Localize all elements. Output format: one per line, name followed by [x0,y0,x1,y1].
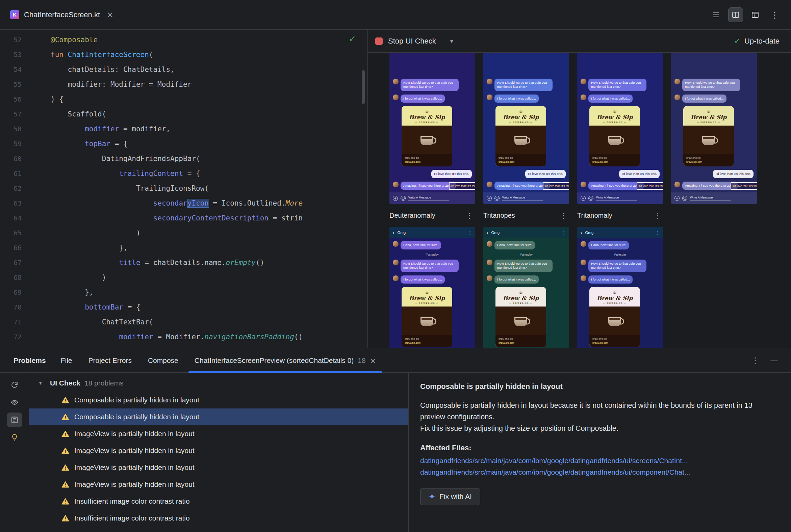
design-view-icon[interactable] [748,7,762,22]
chat-bubble: Hey! Should we go to that cafe you menti… [588,79,646,91]
message-row: I forgot what it was called... [393,276,472,284]
ui-check-group-row[interactable]: ▾ UI Check 18 problems [29,375,408,392]
code-line[interactable]: 66}, [0,240,367,255]
preview-deuteranomaly[interactable]: ‹Greg⋮Haha, next time for sure!Yesterday… [389,227,475,348]
cafe-footer-line1: brew and sip [686,156,731,159]
more-options-icon[interactable]: ⋮ [767,7,782,22]
code-line[interactable]: 65) [0,226,367,240]
code-line[interactable]: 58modifier = modifier, [0,121,367,136]
code-line[interactable]: 62TrailingIconsRow( [0,181,367,196]
titlebar-spacer [124,0,709,30]
code-line[interactable]: 67title = chatDetails.name.orEmpty() [0,255,367,270]
stop-icon[interactable] [375,37,383,45]
affected-file-link-1[interactable]: datingandfriends/src/main/java/com/ibm/g… [420,455,779,467]
chat-header: ‹Greg⋮ [483,227,569,238]
editor-tab-chatinterfacescreen[interactable]: K ChatInterfaceScreen.kt × [0,0,124,30]
preview-more-options-icon[interactable]: ⋮ [651,211,663,220]
code-line[interactable]: 56) { [0,92,367,107]
preview-more-options-icon[interactable]: ⋮ [558,211,569,220]
problem-row[interactable]: Insufficient image color contrast ratio [29,510,408,527]
problem-row[interactable]: Composable is partially hidden in layout [29,392,408,408]
cafe-photo [589,126,640,154]
problem-row[interactable]: Insufficient text color contrast ratio [29,527,408,532]
coffee-mug [421,317,433,326]
code-line[interactable]: 60DatingAndFriendsAppBar( [0,151,367,166]
problem-row[interactable]: Composable is partially hidden in layout [29,408,408,425]
preview-variant-1[interactable]: Hey! Should we go to that cafe you menti… [389,53,475,204]
problem-row[interactable]: Insufficient image color contrast ratio [29,493,408,510]
editor-scrollbar[interactable] [362,70,365,104]
message-input-bar: +☺Write A Message [483,192,569,204]
preview-tritanomaly[interactable]: ‹Greg⋮Haha, next time for sure!Yesterday… [577,227,663,348]
preview-tritanopes[interactable]: ‹Greg⋮Haha, next time for sure!Yesterday… [483,227,569,348]
code-line[interactable]: 61trailingContent = { [0,166,367,181]
code-line[interactable]: 63secondaryIcon = Icons.Outlined.More [0,196,367,211]
code-line[interactable]: 55modifier: Modifier = Modifier [0,77,367,92]
close-tab-icon[interactable]: × [370,357,376,365]
tab-file[interactable]: File [53,348,80,373]
close-tab-icon[interactable]: × [105,10,115,20]
fix-with-ai-button[interactable]: ✦ Fix with AI [420,488,480,505]
tab-compose[interactable]: Compose [140,348,186,373]
inspection-ok-icon[interactable]: ✓ [349,34,356,44]
cafe-logo: ☕Brew & Sip— COFFEE+CO — [402,106,452,126]
code-token: fun [51,51,68,59]
line-number: 56 [0,95,22,103]
code-line[interactable]: 70bottomBar = { [0,300,367,315]
tool-window-title[interactable]: Problems [7,357,53,365]
code-line[interactable]: 73onAddClick = {} [0,344,367,348]
line-number: 72 [0,333,22,341]
preview-variant-2[interactable]: Hey! Should we go to that cafe you menti… [483,53,569,204]
write-message-placeholder: Write A Message [502,196,543,201]
stop-ui-check-button[interactable]: Stop UI Check [388,37,436,45]
cafe-tagline: — COFFEE+CO — [497,121,544,123]
preview-variant-4[interactable]: Hey! Should we go to that cafe you menti… [671,53,757,204]
line-number: 61 [0,169,22,177]
code-line[interactable]: 71ChatTextBar( [0,315,367,329]
refresh-icon[interactable] [7,377,22,392]
minimize-panel-icon[interactable]: — [765,356,784,365]
panel-more-options-icon[interactable]: ⋮ [746,356,765,365]
problem-row[interactable]: ImageView is partially hidden in layout [29,476,408,493]
problem-row[interactable]: ImageView is partially hidden in layout [29,442,408,459]
tab-chatinterfacescreenpreview[interactable]: ChatInterfaceScreenPreview (sortedChatDe… [186,348,384,373]
cafe-photo [495,306,546,335]
code-line[interactable]: 54chatDetails: ChatDetails, [0,62,367,77]
cafe-tagline: — COFFEE+CO — [404,302,450,304]
code-line[interactable]: 68) [0,270,367,285]
chat-bubble: Haha, next time for sure! [401,241,441,249]
problem-row[interactable]: ImageView is partially hidden in layout [29,459,408,476]
code-line[interactable]: 53fun ChatInterfaceScreen( [0,47,367,62]
code-view-icon[interactable] [709,7,723,22]
cafe-logo: ☕Brew & Sip— COFFEE+CO — [495,287,546,306]
code-editor[interactable]: 52@Composable53fun ChatInterfaceScreen(5… [0,30,367,348]
split-view-icon[interactable] [728,7,743,22]
problem-text: ImageView is partially hidden in layout [74,463,195,472]
message-row: Haha, next time for sure! [393,241,472,249]
problem-row[interactable]: ImageView is partially hidden in layout [29,425,408,442]
ui-check-highlight-box: I'd love that! It's this one. [731,182,757,190]
code-line[interactable]: 57Scaffold( [0,107,367,121]
report-view-icon[interactable] [7,413,22,428]
lightbulb-icon[interactable] [7,430,22,445]
message-row: I forgot what it was called... [675,95,754,103]
fix-with-ai-label: Fix with AI [439,493,472,500]
code-token: }, [119,244,127,252]
affected-file-link-2[interactable]: datingandfriends/src/main/java/com/ibm/g… [420,467,779,478]
preview-visibility-icon[interactable] [7,395,22,410]
preview-labels-row: Deuteranomaly⋮Tritanopes⋮Tritanomaly⋮ [389,204,791,227]
chevron-down-icon[interactable]: ▾ [450,37,453,44]
line-number: 71 [0,318,22,326]
preview-more-options-icon[interactable]: ⋮ [464,211,475,220]
preview-variant-3[interactable]: Hey! Should we go to that cafe you menti… [577,53,663,204]
code-line[interactable]: 69}, [0,285,367,300]
collapse-chevron-icon[interactable]: ▾ [39,380,46,386]
code-line[interactable]: 52@Composable [0,33,367,47]
code-line[interactable]: 64secondaryContentDescription = strin [0,211,367,226]
avatar [487,95,493,100]
avatar [393,276,399,281]
code-line[interactable]: 72modifier = Modifier.navigationBarsPadd… [0,329,367,344]
code-line[interactable]: 59topBar = { [0,136,367,151]
message-input-bar: +☺Write A Message [671,192,757,204]
tab-project[interactable]: Project Errors [80,348,140,373]
